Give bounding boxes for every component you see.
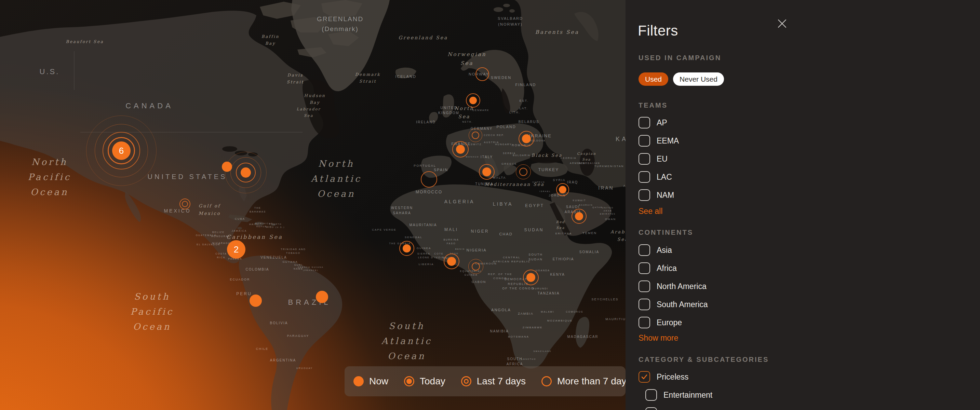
legend-item-now: Now	[353, 376, 388, 387]
marker-dot	[241, 167, 251, 178]
checkbox-unchecked[interactable]	[638, 317, 650, 328]
checkbox-row-entertainment[interactable]: Entertainment	[645, 389, 712, 401]
marker-dot	[482, 167, 491, 176]
marker-dot	[527, 273, 535, 282]
close-icon	[777, 19, 787, 29]
marker-ring	[516, 164, 531, 180]
checkbox-label: EU	[657, 154, 668, 164]
checkbox-label: North America	[657, 282, 706, 291]
checkbox-checked[interactable]	[638, 371, 650, 383]
marker-count: 2	[234, 245, 239, 254]
legend-label: Today	[420, 376, 445, 387]
marker-dot	[522, 134, 531, 143]
checkbox-label: EEMA	[657, 136, 679, 146]
checkbox-unchecked[interactable]	[638, 244, 650, 256]
marker-ring	[476, 67, 489, 81]
checkbox-label: Entertainment	[663, 391, 712, 400]
marker-ring	[180, 199, 190, 210]
checkbox-unchecked[interactable]	[638, 135, 650, 146]
section-header-categories: CATEGORY & SUBCATEGORIES	[638, 356, 769, 364]
categories-checklist: PricelessEntertainment	[638, 371, 712, 410]
checkbox-row-africa[interactable]: Africa	[638, 262, 708, 274]
legend-last7-icon	[461, 376, 471, 386]
app-root: { "panel": { "title": "Filters", "used_i…	[0, 0, 980, 410]
checkbox-row-eema[interactable]: EEMA	[638, 135, 679, 147]
marker-dot	[402, 244, 411, 253]
checkbox-row-asia[interactable]: Asia	[638, 244, 708, 256]
checkbox-unchecked[interactable]	[638, 171, 650, 183]
marker-ring	[469, 129, 482, 142]
legend-item-last7: Last 7 days	[461, 376, 526, 387]
map-landmasses	[0, 0, 625, 410]
legend-older-icon	[541, 376, 552, 386]
section-header-teams: TEAMS	[638, 102, 668, 109]
teams-see-all-link[interactable]: See all	[638, 207, 662, 216]
legend-item-older: More than 7 days ago	[541, 376, 625, 387]
marker-dot	[469, 97, 477, 104]
legend-item-today: Today	[404, 376, 445, 387]
close-button[interactable]	[773, 15, 791, 33]
checkbox-label: South America	[657, 300, 708, 309]
checkbox-row-eu[interactable]: EU	[638, 153, 679, 165]
checkbox-row-ap[interactable]: AP	[638, 116, 679, 129]
checkbox-unchecked[interactable]	[645, 407, 657, 410]
checkbox-row-hidden[interactable]	[645, 407, 712, 410]
legend-label: Last 7 days	[477, 376, 526, 387]
marker-dot	[447, 257, 456, 266]
legend-label: Now	[369, 376, 388, 387]
checkbox-row-nam[interactable]: NAM	[638, 189, 679, 201]
continents-checklist: AsiaAfricaNorth AmericaSouth AmericaEuro…	[638, 244, 708, 334]
map-legend: NowTodayLast 7 daysMore than 7 days ago	[345, 366, 625, 396]
checkbox-label: Priceless	[657, 372, 689, 381]
marker-ring	[421, 171, 437, 188]
filters-panel: Filters USED IN CAMPAIGN UsedNever Used …	[625, 0, 980, 410]
checkbox-label: NAM	[657, 191, 674, 200]
pill-used[interactable]: Used	[638, 72, 668, 86]
legend-now-icon	[353, 376, 364, 386]
checkbox-label: LAC	[657, 173, 672, 182]
marker-ring	[468, 259, 483, 274]
teams-checklist: APEEMAEULACNAM	[638, 116, 679, 207]
checkbox-row-lac[interactable]: LAC	[638, 171, 679, 183]
marker-dot	[250, 294, 262, 307]
marker-dot	[575, 212, 583, 220]
marker-dot	[316, 291, 328, 303]
panel-title: Filters	[638, 22, 678, 39]
pill-never-used[interactable]: Never Used	[673, 72, 724, 86]
checkbox-row-north-america[interactable]: North America	[638, 280, 708, 292]
checkbox-row-priceless[interactable]: Priceless	[638, 371, 712, 383]
continents-show-more-link[interactable]: Show more	[638, 334, 678, 343]
checkbox-row-south-america[interactable]: South America	[638, 298, 708, 311]
checkbox-unchecked[interactable]	[645, 389, 657, 401]
checkbox-unchecked[interactable]	[638, 189, 650, 201]
checkbox-label: AP	[657, 118, 667, 127]
section-header-used-in-campaign: USED IN CAMPAIGN	[638, 54, 721, 62]
checkbox-unchecked[interactable]	[638, 117, 650, 129]
section-header-continents: CONTINENTS	[638, 229, 693, 237]
checkbox-row-europe[interactable]: Europe	[638, 316, 708, 329]
checkbox-unchecked[interactable]	[638, 153, 650, 165]
marker-dot	[559, 186, 566, 193]
checkbox-unchecked[interactable]	[638, 281, 650, 292]
marker-dot	[456, 145, 465, 154]
checkbox-label: Africa	[657, 264, 677, 273]
checkbox-unchecked[interactable]	[638, 299, 650, 310]
checkbox-unchecked[interactable]	[638, 262, 650, 274]
world-map[interactable]: North Pacific OceanNorth Atlantic OceanS…	[0, 0, 625, 410]
marker-count: 6	[119, 146, 124, 155]
legend-today-icon	[404, 376, 414, 386]
checkbox-label: Europe	[657, 318, 682, 327]
used-in-campaign-pills: UsedNever Used	[638, 72, 724, 86]
legend-label: More than 7 days ago	[557, 376, 625, 387]
checkbox-label: Asia	[657, 246, 672, 255]
